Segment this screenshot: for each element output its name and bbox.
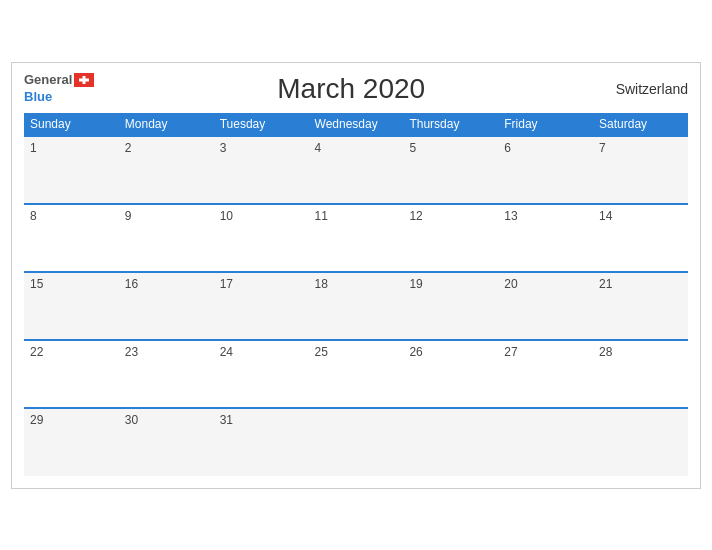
calendar-day-cell: 4 <box>309 136 404 204</box>
day-number: 25 <box>315 345 328 359</box>
calendar-day-cell: 17 <box>214 272 309 340</box>
day-number: 26 <box>409 345 422 359</box>
calendar-day-cell: 25 <box>309 340 404 408</box>
calendar-day-cell: 22 <box>24 340 119 408</box>
calendar-country: Switzerland <box>608 81 688 97</box>
calendar-day-cell: 7 <box>593 136 688 204</box>
calendar-week-row: 15161718192021 <box>24 272 688 340</box>
day-number: 2 <box>125 141 132 155</box>
day-number: 13 <box>504 209 517 223</box>
day-number: 30 <box>125 413 138 427</box>
calendar-day-cell: 12 <box>403 204 498 272</box>
day-number: 5 <box>409 141 416 155</box>
day-number: 1 <box>30 141 37 155</box>
day-number: 18 <box>315 277 328 291</box>
svg-rect-2 <box>79 78 89 81</box>
day-number: 22 <box>30 345 43 359</box>
col-friday: Friday <box>498 113 593 136</box>
col-sunday: Sunday <box>24 113 119 136</box>
calendar-day-cell: 26 <box>403 340 498 408</box>
calendar-day-cell <box>309 408 404 476</box>
day-number: 8 <box>30 209 37 223</box>
calendar-day-cell: 2 <box>119 136 214 204</box>
calendar-day-cell: 31 <box>214 408 309 476</box>
day-number: 9 <box>125 209 132 223</box>
calendar-day-cell: 13 <box>498 204 593 272</box>
calendar-day-cell: 15 <box>24 272 119 340</box>
day-number: 21 <box>599 277 612 291</box>
day-number: 16 <box>125 277 138 291</box>
calendar-day-cell: 1 <box>24 136 119 204</box>
calendar-day-cell: 18 <box>309 272 404 340</box>
col-monday: Monday <box>119 113 214 136</box>
calendar-day-cell: 10 <box>214 204 309 272</box>
day-number: 27 <box>504 345 517 359</box>
day-number: 24 <box>220 345 233 359</box>
calendar-day-cell <box>593 408 688 476</box>
calendar-week-row: 1234567 <box>24 136 688 204</box>
day-number: 31 <box>220 413 233 427</box>
calendar-grid: Sunday Monday Tuesday Wednesday Thursday… <box>24 113 688 476</box>
calendar-header: General Blue March 2020 Switzerland <box>24 73 688 105</box>
calendar-day-cell: 9 <box>119 204 214 272</box>
calendar-day-cell: 21 <box>593 272 688 340</box>
day-number: 10 <box>220 209 233 223</box>
day-number: 4 <box>315 141 322 155</box>
calendar-day-cell: 3 <box>214 136 309 204</box>
calendar-day-cell: 24 <box>214 340 309 408</box>
calendar-day-cell: 29 <box>24 408 119 476</box>
calendar-day-cell: 20 <box>498 272 593 340</box>
calendar-week-row: 22232425262728 <box>24 340 688 408</box>
calendar-week-row: 891011121314 <box>24 204 688 272</box>
day-number: 28 <box>599 345 612 359</box>
calendar-day-cell: 6 <box>498 136 593 204</box>
calendar-day-cell: 8 <box>24 204 119 272</box>
day-number: 15 <box>30 277 43 291</box>
day-number: 11 <box>315 209 328 223</box>
calendar-day-cell: 23 <box>119 340 214 408</box>
calendar-day-cell: 14 <box>593 204 688 272</box>
calendar-container: General Blue March 2020 Switzerland Sund… <box>11 62 701 489</box>
calendar-day-cell: 16 <box>119 272 214 340</box>
calendar-title: March 2020 <box>94 73 608 105</box>
day-number: 19 <box>409 277 422 291</box>
calendar-day-cell: 11 <box>309 204 404 272</box>
calendar-day-cell <box>403 408 498 476</box>
day-number: 3 <box>220 141 227 155</box>
weekday-header-row: Sunday Monday Tuesday Wednesday Thursday… <box>24 113 688 136</box>
day-number: 23 <box>125 345 138 359</box>
calendar-day-cell: 27 <box>498 340 593 408</box>
day-number: 29 <box>30 413 43 427</box>
day-number: 7 <box>599 141 606 155</box>
calendar-day-cell: 28 <box>593 340 688 408</box>
calendar-day-cell <box>498 408 593 476</box>
calendar-day-cell: 19 <box>403 272 498 340</box>
calendar-week-row: 293031 <box>24 408 688 476</box>
col-thursday: Thursday <box>403 113 498 136</box>
col-tuesday: Tuesday <box>214 113 309 136</box>
day-number: 17 <box>220 277 233 291</box>
logo-blue-text: Blue <box>24 89 52 104</box>
logo-general-text: General <box>24 73 72 87</box>
col-saturday: Saturday <box>593 113 688 136</box>
calendar-day-cell: 5 <box>403 136 498 204</box>
calendar-day-cell: 30 <box>119 408 214 476</box>
flag-icon <box>74 73 94 87</box>
day-number: 12 <box>409 209 422 223</box>
day-number: 6 <box>504 141 511 155</box>
logo: General Blue <box>24 73 94 105</box>
day-number: 14 <box>599 209 612 223</box>
col-wednesday: Wednesday <box>309 113 404 136</box>
day-number: 20 <box>504 277 517 291</box>
